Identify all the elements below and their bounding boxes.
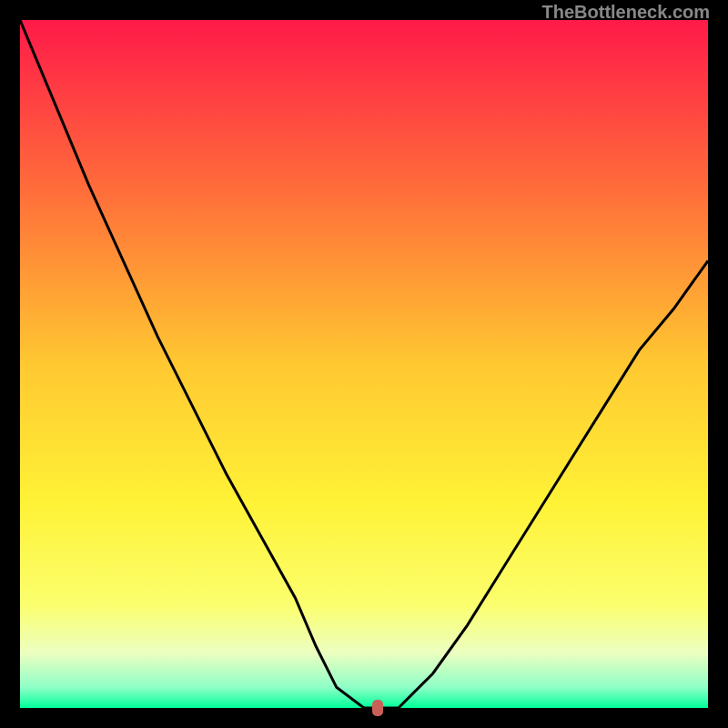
chart-plot-area bbox=[20, 20, 708, 708]
chart-background bbox=[20, 20, 708, 708]
chart-svg bbox=[20, 20, 708, 708]
chart-marker bbox=[372, 700, 383, 716]
watermark-label: TheBottleneck.com bbox=[542, 2, 710, 23]
